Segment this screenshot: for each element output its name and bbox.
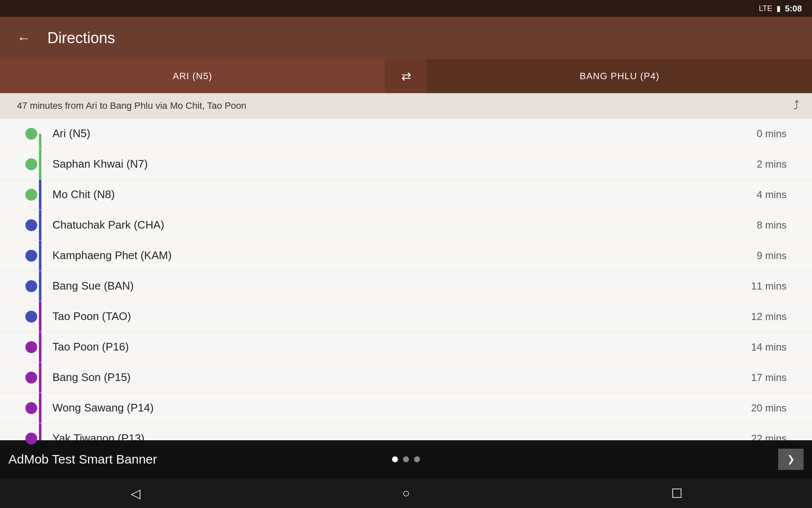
status-time: 5:08	[785, 4, 802, 14]
station-dot	[25, 189, 37, 201]
swap-button[interactable]: ⇄	[385, 59, 427, 93]
station-time: 4 mins	[736, 189, 787, 201]
ad-next-button[interactable]: ❯	[778, 449, 804, 470]
destination-station[interactable]: BANG PHLU (P4)	[427, 59, 812, 93]
line-segment	[39, 179, 41, 210]
origin-station[interactable]: ARI (N5)	[0, 59, 385, 93]
station-time: 14 mins	[736, 341, 787, 353]
station-dot	[25, 341, 37, 353]
nav-back-button[interactable]: ◁	[123, 480, 148, 506]
station-row[interactable]: Kamphaeng Phet (KAM)9 mins	[0, 240, 812, 271]
station-name: Wong Sawang (P14)	[52, 401, 736, 414]
lte-icon: LTE	[759, 4, 772, 13]
station-dot	[25, 402, 37, 414]
station-row[interactable]: Tao Poon (TAO)12 mins	[0, 301, 812, 332]
station-time: 0 mins	[736, 128, 787, 140]
station-dot	[25, 280, 37, 292]
ad-dot-1	[392, 456, 398, 462]
line-segment	[39, 362, 41, 392]
station-name: Bang Sue (BAN)	[52, 279, 736, 293]
station-row[interactable]: Tao Poon (P16)14 mins	[0, 332, 812, 362]
station-time: 12 mins	[736, 311, 787, 323]
station-time: 2 mins	[736, 158, 787, 170]
route-summary: 47 minutes from Ari to Bang Phlu via Mo …	[17, 100, 247, 111]
share-button[interactable]: ⤴	[793, 99, 799, 113]
station-row[interactable]: Bang Sue (BAN)11 mins	[0, 271, 812, 301]
station-name: Tao Poon (P16)	[52, 340, 736, 353]
status-bar: LTE ▮ 5:08	[0, 0, 812, 17]
line-segment	[39, 149, 41, 179]
battery-icon: ▮	[776, 4, 781, 13]
station-time: 9 mins	[736, 250, 787, 262]
station-row[interactable]: Wong Sawang (P14)20 mins	[0, 393, 812, 423]
back-button[interactable]: ←	[17, 30, 30, 46]
station-row[interactable]: Ari (N5)0 mins	[0, 119, 812, 149]
ad-dot-3	[414, 456, 420, 462]
station-dot	[25, 372, 37, 384]
line-segment	[39, 301, 41, 331]
station-dot	[25, 158, 37, 170]
station-name: Tao Poon (TAO)	[52, 310, 736, 323]
info-bar: 47 minutes from Ari to Bang Phlu via Mo …	[0, 93, 812, 119]
ad-banner: AdMob Test Smart Banner ❯	[0, 440, 812, 478]
swap-icon: ⇄	[401, 69, 411, 83]
line-segment	[39, 240, 41, 271]
line-segment	[39, 134, 41, 149]
ad-dots	[392, 456, 420, 462]
station-name: Mo Chit (N8)	[52, 188, 736, 201]
nav-bar: ◁ ○ ☐	[0, 478, 812, 508]
direction-bar: ARI (N5) ⇄ BANG PHLU (P4)	[0, 59, 812, 93]
station-dot	[25, 433, 37, 444]
station-time: 17 mins	[736, 372, 787, 384]
line-segment	[39, 332, 41, 362]
nav-home-button[interactable]: ○	[393, 480, 419, 506]
station-name: Chatuchak Park (CHA)	[52, 218, 736, 232]
station-name: Kamphaeng Phet (KAM)	[52, 249, 736, 262]
station-name: Saphan Khwai (N7)	[52, 157, 736, 171]
header: ← Directions	[0, 17, 812, 59]
station-row[interactable]: Saphan Khwai (N7)2 mins	[0, 149, 812, 179]
line-segment	[39, 393, 41, 423]
station-dot	[25, 311, 37, 323]
station-time: 11 mins	[736, 280, 787, 292]
station-row[interactable]: Bang Son (P15)17 mins	[0, 362, 812, 393]
nav-recents-button[interactable]: ☐	[664, 480, 689, 506]
station-time: 8 mins	[736, 219, 787, 231]
station-list: Ari (N5)0 minsSaphan Khwai (N7)2 minsMo …	[0, 119, 812, 454]
station-time: 20 mins	[736, 402, 787, 414]
line-segment	[39, 271, 41, 301]
ad-dot-2	[403, 456, 409, 462]
station-row[interactable]: Mo Chit (N8)4 mins	[0, 179, 812, 210]
station-row[interactable]: Chatuchak Park (CHA)8 mins	[0, 210, 812, 240]
station-name: Bang Son (P15)	[52, 371, 736, 384]
ad-text: AdMob Test Smart Banner	[8, 452, 157, 467]
station-dot	[25, 250, 37, 262]
line-segment	[39, 210, 41, 240]
page-title: Directions	[47, 29, 115, 47]
station-name: Ari (N5)	[52, 127, 736, 140]
station-dot	[25, 128, 37, 140]
station-dot	[25, 219, 37, 231]
